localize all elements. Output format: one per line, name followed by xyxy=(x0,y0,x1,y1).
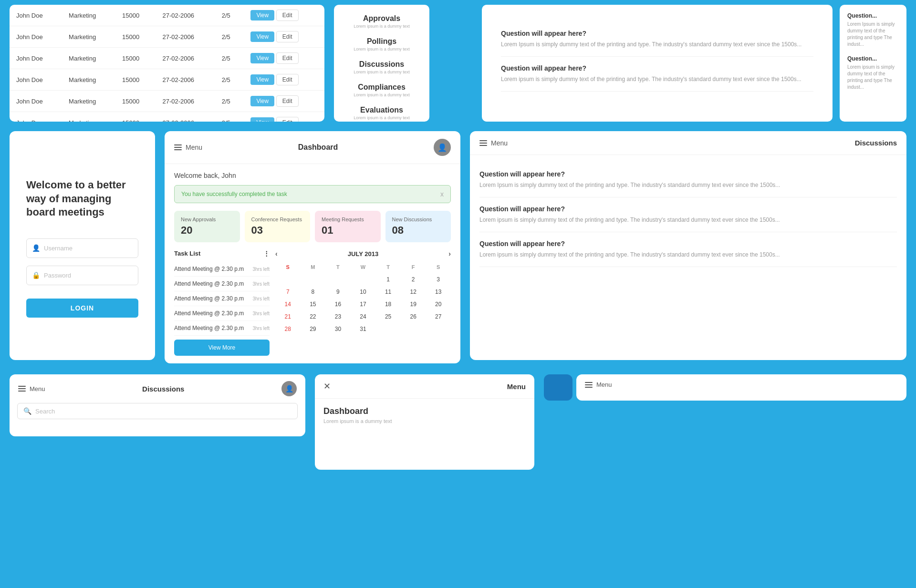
cal-day-11[interactable]: 11 xyxy=(375,286,401,298)
cal-day-12[interactable]: 12 xyxy=(401,286,426,298)
bottom-card-3: Menu xyxy=(544,374,906,401)
view-button[interactable]: View xyxy=(250,53,274,63)
bottom-discussions-card: Menu Discussions 👤 🔍 xyxy=(10,374,305,436)
task-time: 3hrs left xyxy=(252,296,270,301)
right-cards: Approvals Lorem ipsum is a dummy text Po… xyxy=(334,5,906,122)
dashboard-header: Menu Dashboard 👤 xyxy=(165,131,460,164)
cal-day-29[interactable]: 29 xyxy=(301,323,326,335)
edit-button[interactable]: Edit xyxy=(276,10,299,21)
bc2-body: Dashboard Lorem ipsum is a dummy text xyxy=(315,399,534,432)
disc-hamburger-icon[interactable] xyxy=(479,140,487,146)
edit-button[interactable]: Edit xyxy=(276,31,299,42)
menu-item-pollings[interactable]: Pollings Lorem ipsum is a dummy text xyxy=(344,37,420,52)
bc3-white-card: Menu xyxy=(576,374,906,401)
search-bar[interactable]: 🔍 xyxy=(17,403,298,419)
close-banner-button[interactable]: x xyxy=(440,190,444,198)
cal-day-10[interactable]: 10 xyxy=(351,286,376,298)
table-row: John Doe Marketing 15000 27-02-2006 2/5 … xyxy=(10,5,324,26)
edit-button[interactable]: Edit xyxy=(276,117,299,122)
login-button[interactable]: LOGIN xyxy=(26,299,138,318)
view-button[interactable]: View xyxy=(250,10,274,21)
bc3-menu[interactable]: Menu xyxy=(585,381,612,388)
search-input[interactable] xyxy=(35,408,291,415)
menu-item-evaluations[interactable]: Evaluations Lorem ipsum is a dummy text xyxy=(344,106,420,120)
cal-day-15[interactable]: 15 xyxy=(301,299,326,310)
cal-day-20[interactable]: 20 xyxy=(426,299,451,310)
bc1-hamburger-icon[interactable] xyxy=(18,386,26,392)
cal-day-16[interactable]: 16 xyxy=(325,299,351,310)
question-item-1: Question will appear here? Lorem Ipsum i… xyxy=(501,22,813,57)
stat-discussions: New Discussions 08 xyxy=(385,211,451,242)
disc-menu[interactable]: Menu xyxy=(479,139,508,147)
password-input[interactable] xyxy=(26,266,138,285)
edit-button[interactable]: Edit xyxy=(276,95,299,107)
cal-day-18[interactable]: 18 xyxy=(375,299,401,310)
cal-day-24[interactable]: 24 xyxy=(351,311,376,322)
cal-day-26[interactable]: 26 xyxy=(401,311,426,322)
cal-day-1[interactable]: 1 xyxy=(375,274,401,285)
view-button[interactable]: View xyxy=(250,31,274,42)
dashboard-body: Welcome back, John You have successfully… xyxy=(165,164,460,363)
cal-day-2[interactable]: 2 xyxy=(401,274,426,285)
cell-actions: View Edit xyxy=(244,91,324,112)
cal-day-17[interactable]: 17 xyxy=(351,299,376,310)
cell-ratio: 2/5 xyxy=(215,48,244,69)
disc-item-1: Question will appear here? Lorem Ipsum i… xyxy=(479,163,897,197)
view-more-button[interactable]: View More xyxy=(174,340,270,356)
bottom-dashboard-card: ✕ Menu Dashboard Lorem ipsum is a dummy … xyxy=(315,374,534,470)
cell-ratio: 2/5 xyxy=(215,91,244,112)
cal-next-arrow[interactable]: › xyxy=(448,250,451,258)
dashboard-menu[interactable]: Menu xyxy=(174,144,202,151)
cell-salary: 15000 xyxy=(115,69,156,91)
cal-day-28[interactable]: 28 xyxy=(275,323,301,335)
cal-day-13[interactable]: 13 xyxy=(426,286,451,298)
view-button[interactable]: View xyxy=(250,117,274,122)
calendar-header: ‹ JULY 2013 › xyxy=(275,250,451,258)
user-avatar: 👤 xyxy=(434,139,451,156)
cal-day-21[interactable]: 21 xyxy=(275,311,301,322)
cal-day-9[interactable]: 9 xyxy=(325,286,351,298)
cell-dept: Marketing xyxy=(62,5,115,26)
task-name: Attend Meeting @ 2.30 p.m xyxy=(174,310,244,317)
cal-day-14[interactable]: 14 xyxy=(275,299,301,310)
cell-actions: View Edit xyxy=(244,5,324,26)
menu-item-compliances[interactable]: Compliances Lorem ipsum is a dummy text xyxy=(344,83,420,97)
cell-actions: View Edit xyxy=(244,112,324,122)
close-button[interactable]: ✕ xyxy=(323,381,331,392)
cal-day-31[interactable]: 31 xyxy=(351,323,376,335)
cal-day-8[interactable]: 8 xyxy=(301,286,326,298)
cal-day-30[interactable]: 30 xyxy=(325,323,351,335)
edit-button[interactable]: Edit xyxy=(276,52,299,64)
day-fri: F xyxy=(401,262,426,272)
cell-salary: 15000 xyxy=(115,91,156,112)
task-name: Attend Meeting @ 2.30 p.m xyxy=(174,295,244,302)
table-card: John Doe Marketing 15000 27-02-2006 2/5 … xyxy=(10,5,324,122)
cal-day-7[interactable]: 7 xyxy=(275,286,301,298)
cal-day-19[interactable]: 19 xyxy=(401,299,426,310)
cal-day-25[interactable]: 25 xyxy=(375,311,401,322)
menu-item-approvals[interactable]: Approvals Lorem ipsum is a dummy text xyxy=(344,14,420,29)
bc2-header: ✕ Menu xyxy=(315,374,534,399)
task-menu-icon[interactable]: ⋮ xyxy=(263,250,270,257)
cell-ratio: 2/5 xyxy=(215,5,244,26)
view-button[interactable]: View xyxy=(250,96,274,106)
bc3-hamburger-icon[interactable] xyxy=(585,382,593,388)
cal-prev-arrow[interactable]: ‹ xyxy=(275,250,278,258)
username-input[interactable] xyxy=(26,238,138,258)
cal-day-27[interactable]: 27 xyxy=(426,311,451,322)
hamburger-icon[interactable] xyxy=(174,144,182,150)
cal-week-4: 21 22 23 24 25 26 27 xyxy=(275,311,451,322)
cal-day-23[interactable]: 23 xyxy=(325,311,351,322)
task-cal-row: Task List ⋮ Attend Meeting @ 2.30 p.m 3h… xyxy=(174,250,451,356)
cal-day-22[interactable]: 22 xyxy=(301,311,326,322)
lock-icon: 🔒 xyxy=(32,271,40,279)
view-button[interactable]: View xyxy=(250,74,274,85)
cell-dept: Marketing xyxy=(62,48,115,69)
bc1-menu[interactable]: Menu xyxy=(18,385,45,392)
cal-day-3[interactable]: 3 xyxy=(426,274,451,285)
mid-section: Welcome to a better way of managing boar… xyxy=(0,126,916,370)
menu-item-discussions[interactable]: Discussions Lorem ipsum is a dummy text xyxy=(344,60,420,74)
task-name: Attend Meeting @ 2.30 p.m xyxy=(174,266,244,272)
cell-dept: Marketing xyxy=(62,112,115,122)
edit-button[interactable]: Edit xyxy=(276,74,299,85)
